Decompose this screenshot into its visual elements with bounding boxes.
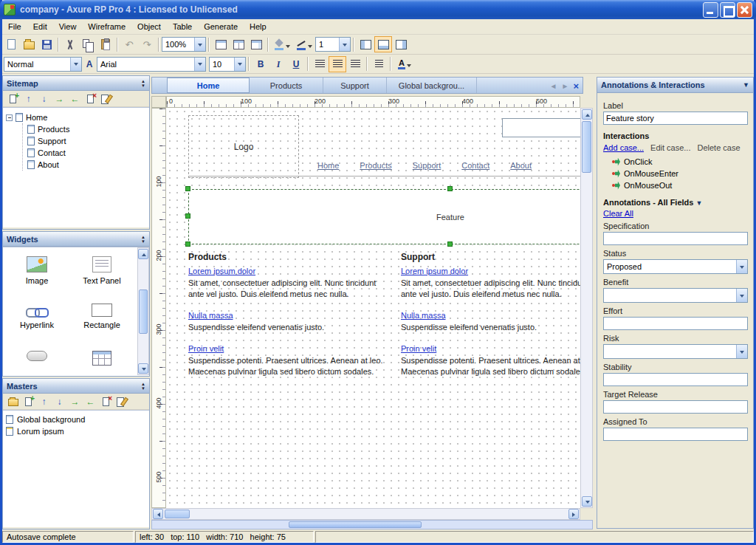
edit-master-button[interactable] <box>114 394 129 408</box>
scrollbar-thumb[interactable] <box>165 510 190 518</box>
indent-button[interactable]: → <box>52 92 67 106</box>
specification-input[interactable] <box>603 232 748 245</box>
wireframe-link[interactable]: Proin velit <box>188 343 394 354</box>
menu-view[interactable]: View <box>53 21 83 32</box>
wireframe-link[interactable]: Nulla massa <box>188 310 394 321</box>
maximize-button[interactable] <box>720 2 735 18</box>
stability-input[interactable] <box>603 373 748 386</box>
scroll-up-button[interactable] <box>138 249 148 259</box>
line-color-button[interactable] <box>293 36 315 52</box>
new-button[interactable] <box>2 36 20 52</box>
scroll-down-button[interactable] <box>582 496 592 507</box>
widget-table[interactable] <box>69 345 134 376</box>
bold-button[interactable]: B <box>252 56 269 72</box>
event-onclick[interactable]: OnClick <box>603 156 747 168</box>
panel-menu-icon[interactable]: ▼ <box>743 81 749 89</box>
support-column[interactable]: Support Lorem ipsum dolor Sit amet, cons… <box>401 252 580 388</box>
add-master-button[interactable]: + <box>21 394 36 408</box>
add-case-link[interactable]: Add case... <box>603 143 644 152</box>
sitemap-item-products[interactable]: Products <box>27 123 146 135</box>
sitemap-panel-header[interactable]: Sitemap ▲▼ <box>3 76 149 91</box>
undo-button[interactable]: ↶ <box>120 36 138 52</box>
scroll-left-button[interactable] <box>153 509 163 519</box>
widget-image[interactable]: Image <box>4 250 69 298</box>
move-up-button[interactable]: ↑ <box>36 394 52 408</box>
scrollbar-thumb[interactable] <box>582 121 591 173</box>
align-center-button[interactable] <box>329 56 346 72</box>
products-column[interactable]: Products Lorem ipsum dolor Sit amet, con… <box>188 252 394 388</box>
indent-button[interactable]: → <box>67 394 83 408</box>
nav-link-products[interactable]: Products <box>360 161 391 170</box>
effort-input[interactable] <box>603 317 748 330</box>
sitemap-item-about[interactable]: About <box>27 159 146 171</box>
menu-table[interactable]: Table <box>167 21 198 32</box>
wireframe-link[interactable]: Lorem ipsum dolor <box>188 266 394 277</box>
line-width-select[interactable]: 1 <box>315 37 351 52</box>
tab-global-background[interactable]: Global backgrou... <box>387 78 477 93</box>
nav-link-about[interactable]: About <box>510 161 532 170</box>
dropdown-arrow-icon[interactable] <box>70 58 81 71</box>
font-size-select[interactable]: 10 <box>209 57 246 72</box>
nav-link-home[interactable]: Home <box>317 161 339 170</box>
master-item-lorum-ipsum[interactable]: Lorum ipsum <box>6 425 146 437</box>
open-button[interactable] <box>20 36 38 52</box>
generate-prototype-button[interactable] <box>212 36 230 52</box>
title-bar[interactable]: company - Axure RP Pro 4 : Licensed to U… <box>0 0 756 19</box>
delete-case-link[interactable]: Delete case <box>697 143 740 152</box>
risk-select[interactable] <box>603 344 748 359</box>
delete-page-button[interactable]: × <box>83 92 98 106</box>
previous-tab-icon[interactable]: ◄ <box>550 82 557 90</box>
paste-button[interactable] <box>97 36 114 52</box>
wireframe-link[interactable]: Proin velit <box>401 343 580 354</box>
target-release-input[interactable] <box>603 400 748 414</box>
widget-rounded-rectangle[interactable] <box>4 345 69 376</box>
generate-spec-button[interactable] <box>230 36 247 52</box>
dropdown-arrow-icon[interactable] <box>234 58 245 71</box>
font-select[interactable]: Arial <box>97 57 206 72</box>
menu-object[interactable]: Object <box>131 21 167 32</box>
scroll-up-button[interactable] <box>582 109 592 120</box>
widgets-scrollbar[interactable] <box>137 247 149 375</box>
dropdown-arrow-icon[interactable] <box>736 289 747 302</box>
search-box-placeholder[interactable] <box>502 118 580 137</box>
font-color-button[interactable]: A <box>394 56 416 72</box>
sitemap-item-support[interactable]: Support <box>27 135 146 147</box>
selection-handle[interactable] <box>185 241 190 247</box>
panel-collapse-icon[interactable]: ▲▼ <box>141 79 145 88</box>
new-folder-button[interactable] <box>5 394 21 408</box>
close-button[interactable] <box>737 2 752 18</box>
align-left-button[interactable] <box>311 56 329 72</box>
edit-case-link[interactable]: Edit case... <box>650 143 690 152</box>
italic-button[interactable]: I <box>269 56 287 72</box>
show-right-panel-button[interactable] <box>392 36 410 52</box>
canvas-horizontal-scrollbar[interactable] <box>151 508 580 520</box>
dropdown-arrow-icon[interactable] <box>194 58 205 71</box>
fields-dropdown-icon[interactable]: ▼ <box>696 199 703 207</box>
menu-file[interactable]: File <box>2 21 27 32</box>
collapse-node-icon[interactable] <box>6 114 13 121</box>
show-bottom-panel-button[interactable] <box>374 36 392 52</box>
scroll-down-button[interactable] <box>138 363 148 374</box>
menu-help[interactable]: Help <box>244 21 272 32</box>
menu-wireframe[interactable]: Wireframe <box>82 21 131 32</box>
tab-support[interactable]: Support <box>323 78 387 93</box>
move-down-button[interactable]: ↓ <box>36 92 52 106</box>
tab-home[interactable]: Home <box>167 78 250 93</box>
cut-button[interactable] <box>61 36 79 52</box>
outdent-button[interactable]: ← <box>67 92 83 106</box>
selection-handle[interactable] <box>447 186 453 191</box>
copy-button[interactable] <box>79 36 97 52</box>
close-tab-icon[interactable]: × <box>573 80 579 92</box>
widget-hyperlink[interactable]: Hyperlink <box>4 298 69 345</box>
annotations-panel-header[interactable]: Annotations & Interactions ▼ <box>597 78 753 93</box>
dropdown-arrow-icon[interactable] <box>736 260 747 273</box>
panel-collapse-icon[interactable]: ▲▼ <box>141 235 145 244</box>
save-button[interactable] <box>38 36 55 52</box>
status-select[interactable]: Proposed <box>603 259 748 274</box>
canvas-vertical-scrollbar[interactable] <box>580 108 593 508</box>
menu-edit[interactable]: Edit <box>27 21 53 32</box>
move-down-button[interactable]: ↓ <box>52 394 67 408</box>
widgets-panel-header[interactable]: Widgets ▲▼ <box>3 232 149 247</box>
benefit-select[interactable] <box>603 288 748 303</box>
nav-link-contact[interactable]: Contact <box>461 161 489 170</box>
